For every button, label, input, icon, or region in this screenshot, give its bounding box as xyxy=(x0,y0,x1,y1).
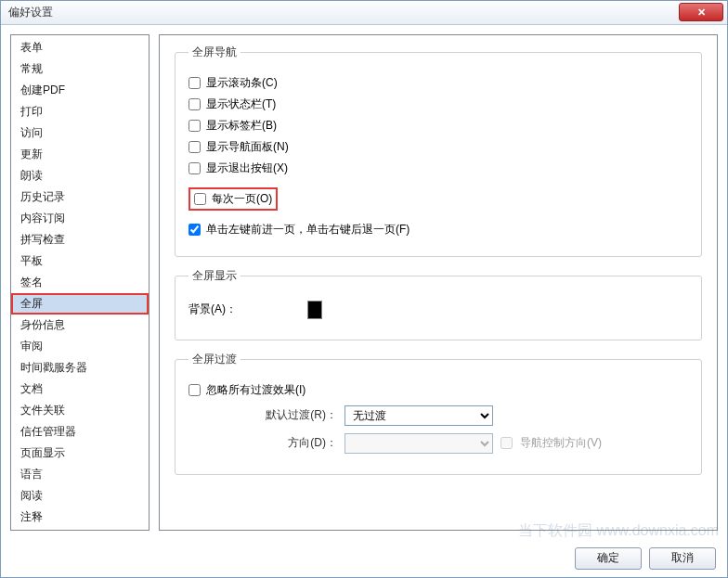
one-page-label: 每次一页(O) xyxy=(212,191,272,207)
sidebar-item-spellcheck[interactable]: 拼写检查 xyxy=(11,229,149,250)
sidebar-item-pagedisplay[interactable]: 页面显示 xyxy=(11,443,149,464)
click-nav-checkbox[interactable] xyxy=(188,224,201,236)
sidebar-item-general[interactable]: 常规 xyxy=(11,58,149,80)
sidebar-item-fileassoc[interactable]: 文件关联 xyxy=(11,400,149,421)
show-navpanel-checkbox[interactable] xyxy=(188,141,201,153)
sidebar-item-tablet[interactable]: 平板 xyxy=(11,250,149,272)
sidebar-item-timestamp[interactable]: 时间戳服务器 xyxy=(11,357,149,379)
ok-button[interactable]: 确定 xyxy=(575,547,642,570)
background-label: 背景(A)： xyxy=(188,302,237,317)
sidebar-item-identity[interactable]: 身份信息 xyxy=(11,315,149,336)
sidebar-item-trust[interactable]: 信任管理器 xyxy=(11,421,149,443)
direction-label: 方向(D)： xyxy=(188,435,337,451)
sidebar-item-history[interactable]: 历史记录 xyxy=(11,186,149,208)
default-transition-label: 默认过渡(R)： xyxy=(188,407,337,423)
sidebar-item-read[interactable]: 阅读 xyxy=(11,485,149,507)
nav-control-direction-label: 导航控制方向(V) xyxy=(520,435,602,451)
sidebar-item-forms[interactable]: 表单 xyxy=(11,37,149,58)
sidebar-item-signature[interactable]: 签名 xyxy=(11,272,149,293)
sidebar-item-access[interactable]: 访问 xyxy=(11,122,149,144)
window-title: 偏好设置 xyxy=(8,5,53,20)
close-icon: ✕ xyxy=(697,6,706,19)
fullscreen-nav-group: 全屏导航 显示滚动条(C) 显示状态栏(T) 显示标签栏(B) 显示导航面板(N… xyxy=(175,45,702,257)
sidebar-item-update[interactable]: 更新 xyxy=(11,144,149,165)
background-color-swatch[interactable] xyxy=(307,301,322,319)
transition-group-legend: 全屏过渡 xyxy=(188,352,240,367)
sidebar-item-subscription[interactable]: 内容订阅 xyxy=(11,208,149,229)
show-navpanel-label: 显示导航面板(N) xyxy=(206,139,289,155)
display-group-legend: 全屏显示 xyxy=(188,268,240,284)
sidebar-item-createpdf[interactable]: 创建PDF xyxy=(11,80,149,101)
show-exitbtn-checkbox[interactable] xyxy=(188,162,201,174)
show-tabbar-checkbox[interactable] xyxy=(188,120,201,132)
sidebar-item-reading[interactable]: 朗读 xyxy=(11,165,149,186)
show-statusbar-label: 显示状态栏(T) xyxy=(206,96,276,112)
settings-content: 全屏导航 显示滚动条(C) 显示状态栏(T) 显示标签栏(B) 显示导航面板(N… xyxy=(159,34,718,531)
sidebar-item-comments[interactable]: 注释 xyxy=(11,507,149,528)
dialog-body: 表单 常规 创建PDF 打印 访问 更新 朗读 历史记录 内容订阅 拼写检查 平… xyxy=(1,25,727,540)
titlebar: 偏好设置 ✕ xyxy=(1,1,727,25)
direction-select[interactable] xyxy=(344,433,493,454)
ignore-transitions-label: 忽略所有过渡效果(I) xyxy=(206,382,306,398)
one-page-checkbox[interactable] xyxy=(194,193,206,205)
cancel-button[interactable]: 取消 xyxy=(649,547,716,570)
show-statusbar-checkbox[interactable] xyxy=(188,98,201,110)
fullscreen-display-group: 全屏显示 背景(A)： xyxy=(175,268,702,340)
fullscreen-transition-group: 全屏过渡 忽略所有过渡效果(I) 默认过渡(R)： 无过渡 方向(D)： 导航控… xyxy=(175,352,702,475)
click-nav-label: 单击左键前进一页，单击右键后退一页(F) xyxy=(206,222,410,238)
sidebar-item-document[interactable]: 文档 xyxy=(11,379,149,400)
default-transition-select[interactable]: 无过渡 xyxy=(344,405,493,426)
sidebar-item-print[interactable]: 打印 xyxy=(11,101,149,122)
show-tabbar-label: 显示标签栏(B) xyxy=(206,118,277,134)
show-scrollbar-label: 显示滚动条(C) xyxy=(206,75,278,91)
sidebar-item-review[interactable]: 审阅 xyxy=(11,336,149,357)
ignore-transitions-checkbox[interactable] xyxy=(188,384,201,396)
sidebar-item-fullscreen[interactable]: 全屏 xyxy=(11,293,149,315)
dialog-footer: 确定 取消 xyxy=(1,540,727,577)
sidebar-item-language[interactable]: 语言 xyxy=(11,464,149,485)
show-scrollbar-checkbox[interactable] xyxy=(188,77,201,89)
show-exitbtn-label: 显示退出按钮(X) xyxy=(206,161,288,176)
category-sidebar: 表单 常规 创建PDF 打印 访问 更新 朗读 历史记录 内容订阅 拼写检查 平… xyxy=(10,34,150,531)
nav-control-direction-checkbox[interactable] xyxy=(500,437,513,449)
close-button[interactable]: ✕ xyxy=(679,3,723,21)
preferences-window: 偏好设置 ✕ 表单 常规 创建PDF 打印 访问 更新 朗读 历史记录 内容订阅… xyxy=(0,0,728,578)
nav-group-legend: 全屏导航 xyxy=(188,45,240,60)
